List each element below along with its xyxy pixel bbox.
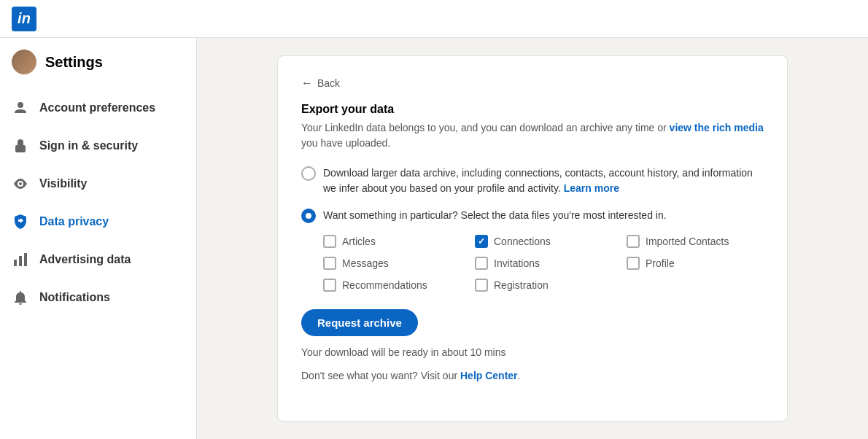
sidebar-item-label-advertising-data: Advertising data xyxy=(39,252,131,268)
checkbox-registration[interactable]: Registration xyxy=(475,279,612,292)
help-text-plain: Don't see what you want? Visit our xyxy=(301,370,460,381)
checkbox-articles[interactable]: Articles xyxy=(323,235,460,248)
request-archive-button[interactable]: Request archive xyxy=(301,309,418,336)
checkbox-messages-label: Messages xyxy=(342,257,389,269)
checkbox-profile-label: Profile xyxy=(646,257,675,269)
content-area: ← Back Export your data Your LinkedIn da… xyxy=(197,38,868,439)
checkbox-registration-box[interactable] xyxy=(475,279,488,292)
export-card: ← Back Export your data Your LinkedIn da… xyxy=(277,55,788,421)
export-title: Export your data xyxy=(301,103,764,116)
bell-icon xyxy=(12,289,29,306)
sidebar-item-label-data-privacy: Data privacy xyxy=(39,214,109,230)
sidebar-item-account-preferences[interactable]: Account preferences xyxy=(0,89,196,127)
settings-title: Settings xyxy=(45,54,103,71)
sidebar-item-label-account-preferences: Account preferences xyxy=(39,101,155,116)
checkbox-messages[interactable]: Messages xyxy=(323,257,460,270)
lock-icon xyxy=(12,137,29,155)
svg-rect-2 xyxy=(14,260,17,266)
sidebar-item-data-privacy[interactable]: Data privacy xyxy=(0,203,196,241)
checkbox-invitations[interactable]: Invitations xyxy=(475,257,612,270)
shield-icon xyxy=(12,213,29,230)
radio-2-text: Want something in particular? Select the… xyxy=(323,208,667,223)
checkbox-recommendations-label: Recommendations xyxy=(342,279,427,291)
checkbox-invitations-box[interactable] xyxy=(475,257,488,270)
linkedin-logo[interactable]: in xyxy=(12,7,36,31)
export-desc-plain: Your LinkedIn data belongs to you, and y… xyxy=(301,122,670,133)
back-link[interactable]: ← Back xyxy=(301,77,764,90)
sidebar-item-label-visibility: Visibility xyxy=(39,176,88,192)
export-description: Your LinkedIn data belongs to you, and y… xyxy=(301,120,764,151)
settings-header: Settings xyxy=(0,50,196,89)
chart-icon xyxy=(12,251,29,268)
view-rich-media-link[interactable]: view the rich media xyxy=(670,122,764,133)
checkbox-articles-label: Articles xyxy=(342,236,376,247)
checkbox-connections-box[interactable] xyxy=(475,235,488,248)
main-layout: Settings Account preferences Sign in & s… xyxy=(0,38,868,439)
radio-1-text: Download larger data archive, including … xyxy=(323,166,764,196)
radio-option-2[interactable]: Want something in particular? Select the… xyxy=(301,208,764,223)
svg-point-0 xyxy=(18,102,23,108)
checkbox-articles-box[interactable] xyxy=(323,235,336,248)
back-arrow-icon: ← xyxy=(301,77,313,90)
checkbox-imported-contacts-label: Imported Contacts xyxy=(646,236,729,247)
checkbox-registration-label: Registration xyxy=(494,279,549,291)
checkbox-messages-box[interactable] xyxy=(323,257,336,270)
checkboxes-grid: Articles Connections Imported Contacts M… xyxy=(323,235,764,292)
checkbox-imported-contacts[interactable]: Imported Contacts xyxy=(627,235,764,248)
checkbox-profile[interactable]: Profile xyxy=(627,257,764,270)
checkbox-profile-box[interactable] xyxy=(627,257,640,270)
checkbox-connections-label: Connections xyxy=(494,236,551,247)
svg-rect-3 xyxy=(19,256,22,266)
radio-option-1[interactable]: Download larger data archive, including … xyxy=(301,166,764,196)
sidebar-item-notifications[interactable]: Notifications xyxy=(0,279,196,316)
person-icon xyxy=(12,99,29,117)
checkbox-connections[interactable]: Connections xyxy=(475,235,612,248)
sidebar-item-label-notifications: Notifications xyxy=(39,290,110,306)
radio-1-circle[interactable] xyxy=(301,166,316,181)
radio-2-circle[interactable] xyxy=(301,209,316,223)
back-label: Back xyxy=(317,77,340,89)
sidebar-item-advertising-data[interactable]: Advertising data xyxy=(0,241,196,279)
checkbox-recommendations-box[interactable] xyxy=(323,279,336,292)
learn-more-link[interactable]: Learn more xyxy=(564,182,619,194)
avatar xyxy=(12,50,36,74)
sidebar: Settings Account preferences Sign in & s… xyxy=(0,38,197,439)
help-center-link[interactable]: Help Center xyxy=(460,370,518,381)
help-text-end: . xyxy=(518,370,521,381)
svg-rect-1 xyxy=(15,145,26,152)
download-info: Your download will be ready in about 10 … xyxy=(301,346,764,358)
top-bar: in xyxy=(0,0,868,38)
export-desc-end: you have uploaded. xyxy=(301,137,390,149)
svg-rect-4 xyxy=(24,253,27,266)
help-text: Don't see what you want? Visit our Help … xyxy=(301,370,764,381)
checkbox-recommendations[interactable]: Recommendations xyxy=(323,279,460,292)
sidebar-item-label-sign-in-security: Sign in & security xyxy=(39,139,138,154)
checkbox-invitations-label: Invitations xyxy=(494,257,540,269)
sidebar-item-sign-in-security[interactable]: Sign in & security xyxy=(0,127,196,165)
checkbox-imported-contacts-box[interactable] xyxy=(627,235,640,248)
sidebar-item-visibility[interactable]: Visibility xyxy=(0,165,196,203)
eye-icon xyxy=(12,175,29,193)
